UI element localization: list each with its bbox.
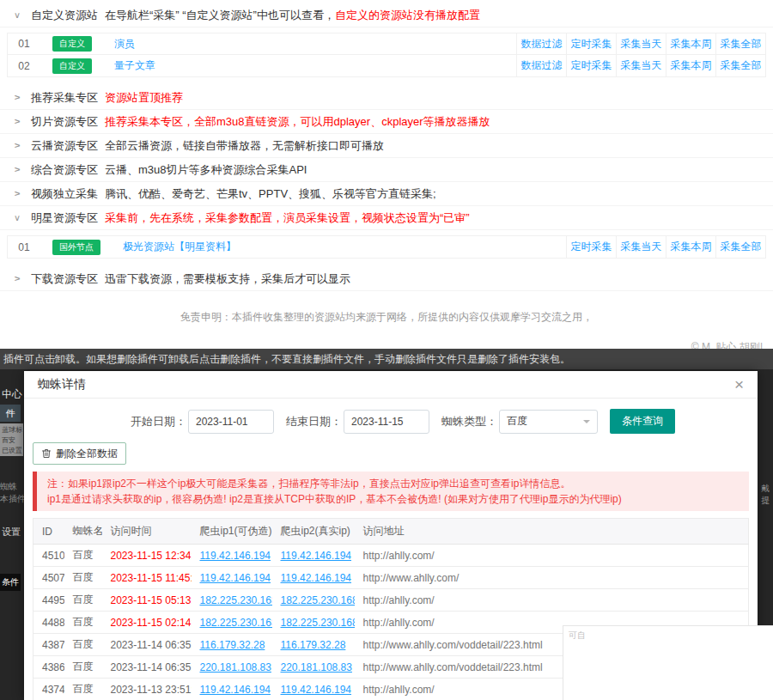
col-header-ip1: 爬虫ip1(可伪造) [192, 519, 272, 545]
chevron-right-icon [12, 165, 22, 175]
ip1-link[interactable]: 220.181.108.83 [200, 661, 271, 673]
cell-id: 4387 [33, 634, 64, 656]
cell-spider-name: 百度 [64, 612, 102, 634]
background-panel-fragment: 蓝球标 百安 已设置 [0, 423, 23, 456]
action-data-filter[interactable]: 数据过滤 [516, 55, 566, 76]
col-header-url: 访问地址 [355, 519, 749, 545]
table-row: 02 自定义 量子文章 数据过滤 定时采集 采集当天 采集本周 采集全部 [8, 55, 765, 76]
star-resource-table: 01 国外节点 极光资源站【明星资料】 定时采集 采集当天 采集本周 采集全部 [7, 235, 766, 259]
ip2-link[interactable]: 119.42.146.194 [281, 572, 352, 584]
action-collect-week[interactable]: 采集本周 [666, 55, 715, 76]
warning-note: 注：如果ip1跟ip2不一样这个ip极大可能是采集器，扫描程序等非法ip，直接点… [33, 472, 749, 511]
section-cloud-play[interactable]: 云播资源专区 全部云播资源，链接自带播放器，无需解析接口即可播放 [0, 134, 773, 158]
ip1-link[interactable]: 119.42.146.194 [200, 684, 271, 696]
warning-line: ip1是通过请求头获取的ip，很容易伪造! ip2是直接从TCP中获取的IP，基… [47, 491, 739, 507]
cell-id: 4374 [33, 679, 64, 700]
cell-spider-name: 百度 [64, 634, 102, 656]
action-timed-collect[interactable]: 定时采集 [566, 236, 616, 258]
chevron-down-icon [12, 10, 22, 21]
section-title: 下载资源专区 [31, 271, 98, 287]
delete-all-label: 删除全部数据 [56, 447, 118, 461]
background-text-fragment: 中心 [2, 387, 22, 402]
ip1-link[interactable]: 119.42.146.194 [200, 550, 271, 562]
cell-spider-name: 百度 [64, 545, 102, 567]
ip2-link[interactable]: 182.225.230.168 [281, 617, 355, 629]
close-icon[interactable]: × [734, 376, 744, 393]
section-star-resource[interactable]: 明星资源专区 采集前，先在系统，采集参数配置，演员采集设置，视频状态设置为“已审… [0, 206, 773, 230]
cell-id: 4386 [33, 656, 64, 679]
start-date-input[interactable] [188, 410, 274, 434]
action-timed-collect[interactable]: 定时采集 [566, 55, 616, 76]
background-text-fragment: 提 [761, 495, 770, 507]
section-title: 视频独立采集 [31, 186, 98, 202]
foreground-panel: 可自 [563, 625, 773, 700]
ip1-link[interactable]: 116.179.32.28 [200, 639, 265, 651]
action-collect-today[interactable]: 采集当天 [616, 33, 666, 54]
row-actions: 数据过滤 定时采集 采集当天 采集本周 采集全部 [516, 55, 765, 76]
resource-name-link[interactable]: 量子文章 [114, 58, 516, 73]
spider-type-select[interactable]: 百度 [499, 410, 598, 434]
section-custom-resource[interactable]: 自定义资源站 在导航栏“采集” “自定义资源站”中也可以查看， 自定义的资源站没… [0, 3, 773, 27]
ip2-link[interactable]: 119.42.146.194 [281, 550, 352, 562]
cell-visit-time: 2023-11-15 05:13:05 [102, 589, 192, 612]
end-date-input[interactable] [344, 410, 429, 434]
background-text-fragment: 戴 [761, 483, 770, 495]
table-row: 01 自定义 演员 数据过滤 定时采集 采集当天 采集本周 采集全部 [8, 33, 765, 55]
section-title: 切片资源专区 [31, 114, 98, 130]
background-text-fragment: 本插件 [0, 493, 26, 505]
cell-spider-name: 百度 [64, 589, 102, 612]
action-collect-all[interactable]: 采集全部 [715, 236, 765, 258]
selected-value: 百度 [507, 414, 527, 429]
cell-spider-name: 百度 [64, 656, 102, 679]
status-badge: 国外节点 [52, 240, 100, 255]
action-collect-today[interactable]: 采集当天 [616, 236, 666, 258]
end-date-label: 结束日期： [286, 414, 342, 429]
section-comprehensive[interactable]: 综合资源专区 云播、m3u8切片等多种资源综合采集API [0, 158, 773, 182]
section-title: 明星资源专区 [31, 210, 98, 226]
cell-visit-url: http://www.ahlly.com/ [355, 567, 749, 589]
spider-type-label: 蜘蛛类型： [441, 414, 497, 429]
resource-name-link[interactable]: 演员 [114, 37, 516, 52]
cell-visit-time: 2023-11-15 12:34:43 [102, 545, 192, 567]
section-desc-red: 资源站置顶推荐 [105, 90, 183, 106]
delete-all-button[interactable]: 删除全部数据 [33, 442, 126, 465]
ip1-link[interactable]: 119.42.146.194 [200, 572, 271, 584]
col-header-spider-name: 蜘蛛名字 [64, 519, 102, 545]
section-desc: 全部云播资源，链接自带播放器，无需解析接口即可播放 [105, 138, 384, 154]
ip2-link[interactable]: 116.179.32.28 [281, 639, 346, 651]
section-title: 综合资源专区 [31, 162, 98, 178]
ip1-link[interactable]: 182.225.230.168 [200, 617, 272, 629]
section-video-independent[interactable]: 视频独立采集 腾讯、优酷、爱奇艺、芒果tv、PPTV、搜狐、乐视等官方直链采集; [0, 182, 773, 206]
cell-id: 4507 [33, 567, 64, 589]
action-timed-collect[interactable]: 定时采集 [566, 33, 616, 54]
resource-name-link[interactable]: 极光资源站【明星资料】 [123, 240, 566, 254]
cell-visit-time: 2023-11-14 06:35:41 [102, 634, 192, 656]
table-row: 01 国外节点 极光资源站【明星资料】 定时采集 采集当天 采集本周 采集全部 [8, 236, 765, 258]
background-text-fragment: 设置 [2, 526, 21, 539]
section-recommend[interactable]: 推荐采集专区 资源站置顶推荐 [0, 86, 773, 110]
cell-spider-name: 百度 [64, 679, 102, 700]
action-collect-week[interactable]: 采集本周 [666, 33, 715, 54]
section-download-resource[interactable]: 下载资源专区 迅雷下载资源，需要模板支持，采集后才可以显示 [0, 267, 773, 291]
action-collect-week[interactable]: 采集本周 [666, 236, 715, 258]
status-badge: 自定义 [52, 36, 92, 52]
action-collect-all[interactable]: 采集全部 [715, 55, 765, 76]
section-desc: 迅雷下载资源，需要模板支持，采集后才可以显示 [105, 271, 350, 287]
ip2-link[interactable]: 182.225.230.168 [281, 594, 355, 606]
query-button[interactable]: 条件查询 [610, 409, 675, 434]
action-data-filter[interactable]: 数据过滤 [516, 33, 566, 54]
background-tab-fragment: 条件 [0, 574, 21, 591]
action-collect-all[interactable]: 采集全部 [715, 33, 765, 54]
action-collect-today[interactable]: 采集当天 [616, 55, 666, 76]
spider-filter-form: 开始日期： 结束日期： 蜘蛛类型： 百度 条件查询 [131, 409, 758, 434]
col-header-id: ID [33, 519, 64, 545]
ip2-link[interactable]: 119.42.146.194 [281, 684, 352, 696]
cell-visit-time: 2023-11-15 11:45:15 [102, 567, 192, 589]
background-text-fragment: 蓝球标 [2, 425, 23, 435]
section-title: 推荐采集专区 [31, 90, 98, 106]
ip2-link[interactable]: 220.181.108.83 [281, 661, 352, 673]
section-desc: 腾讯、优酷、爱奇艺、芒果tv、PPTV、搜狐、乐视等官方直链采集; [105, 186, 436, 202]
ip1-link[interactable]: 182.225.230.168 [200, 594, 272, 606]
section-slice[interactable]: 切片资源专区 推荐采集本专区，全部m3u8直链资源，可以用dplayer、ckp… [0, 110, 773, 134]
spider-log-row: 4510 百度 2023-11-15 12:34:43 119.42.146.1… [33, 545, 749, 567]
